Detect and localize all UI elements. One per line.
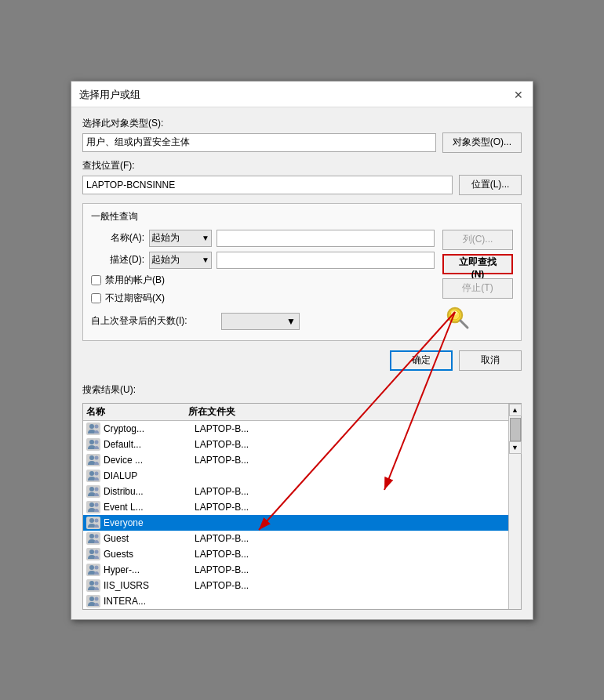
- result-name: DIALUP: [104, 470, 191, 481]
- user-group-icon: [86, 454, 100, 466]
- desc-label: 描述(D):: [91, 253, 144, 267]
- close-button[interactable]: ✕: [512, 89, 525, 101]
- scrollbar-thumb[interactable]: [510, 418, 521, 441]
- location-label: 查找位置(F):: [82, 159, 522, 172]
- svg-point-26: [89, 534, 94, 539]
- object-type-input[interactable]: [82, 133, 436, 152]
- checkbox-no-expiry: 不过期密码(X): [91, 292, 435, 305]
- user-group-icon: [86, 423, 100, 435]
- cancel-button[interactable]: 取消: [459, 350, 522, 371]
- location-input[interactable]: [82, 176, 453, 194]
- checkbox-disabled-label: 禁用的帐户(B): [105, 274, 165, 287]
- svg-point-24: [95, 518, 99, 522]
- result-folder: LAPTOP-B...: [195, 580, 505, 591]
- user-group-icon: [86, 579, 100, 592]
- svg-point-29: [89, 549, 94, 554]
- result-item[interactable]: IIS_IUSRSLAPTOP-B...: [83, 578, 508, 593]
- object-type-label: 选择此对象类型(S):: [82, 117, 522, 130]
- result-item[interactable]: Event L...LAPTOP-B...: [83, 499, 508, 515]
- svg-point-5: [89, 424, 94, 429]
- result-item[interactable]: Cryptog...LAPTOP-B...: [83, 421, 508, 437]
- svg-point-15: [95, 471, 99, 475]
- result-item[interactable]: GuestLAPTOP-B...: [83, 531, 508, 546]
- vertical-scrollbar[interactable]: ▲ ▼: [508, 404, 521, 609]
- svg-point-3: [451, 310, 457, 315]
- result-item[interactable]: INTERA...: [83, 593, 508, 609]
- result-name: Guests: [104, 549, 191, 560]
- days-row: 自上次登录后的天数(I): ▼: [91, 313, 435, 330]
- result-name: IIS_IUSRS: [104, 580, 191, 591]
- result-name: Cryptog...: [104, 423, 191, 434]
- result-item[interactable]: DIALUP: [83, 468, 508, 484]
- result-folder: LAPTOP-B...: [195, 486, 505, 497]
- svg-point-39: [95, 597, 99, 600]
- name-combo-arrow: ▼: [202, 234, 209, 242]
- svg-point-17: [89, 487, 94, 491]
- dialog-title: 选择用户或组: [79, 88, 140, 102]
- svg-point-6: [95, 424, 99, 428]
- location-button[interactable]: 位置(L)...: [459, 175, 522, 195]
- result-item[interactable]: Everyone: [83, 515, 508, 531]
- result-folder: LAPTOP-B...: [195, 549, 505, 560]
- title-bar: 选择用户或组 ✕: [71, 82, 533, 107]
- result-item[interactable]: GuestsLAPTOP-B...: [83, 546, 508, 562]
- result-item[interactable]: Distribu...LAPTOP-B...: [83, 484, 508, 499]
- name-combo[interactable]: 起始为 ▼: [149, 230, 212, 247]
- result-item[interactable]: Hyper-...LAPTOP-B...: [83, 562, 508, 578]
- result-folder: LAPTOP-B...: [195, 455, 505, 466]
- svg-point-21: [95, 502, 99, 506]
- svg-point-12: [95, 455, 99, 459]
- results-container: 名称 所在文件夹 Cryptog...LAPTOP-B... Default: [82, 403, 522, 610]
- desc-combo[interactable]: 起始为 ▼: [149, 252, 212, 269]
- svg-point-18: [95, 487, 99, 491]
- result-folder: LAPTOP-B...: [195, 533, 505, 544]
- user-group-icon: [86, 517, 100, 529]
- col-button[interactable]: 列(C)...: [442, 230, 513, 250]
- find-now-button[interactable]: 立即查找(N): [442, 254, 513, 274]
- svg-point-9: [95, 440, 99, 444]
- search-icon: [444, 304, 472, 332]
- svg-point-23: [89, 518, 94, 523]
- user-group-icon: [86, 485, 100, 498]
- scrollbar-up[interactable]: ▲: [509, 404, 522, 416]
- result-folder: LAPTOP-B...: [195, 502, 505, 513]
- svg-point-30: [95, 549, 99, 553]
- user-group-icon: [86, 532, 100, 545]
- group-left: 名称(A): 起始为 ▼ 描述(D): 起始为: [91, 230, 435, 334]
- svg-point-11: [89, 455, 94, 460]
- result-item[interactable]: Device ...LAPTOP-B...: [83, 452, 508, 468]
- group-right: 列(C)... 立即查找(N) 停止(T): [442, 230, 513, 334]
- desc-input[interactable]: [216, 252, 435, 269]
- result-name: INTERA...: [104, 596, 191, 607]
- scrollbar-down[interactable]: ▼: [509, 441, 522, 454]
- results-label: 搜索结果(U):: [82, 383, 522, 397]
- dialog-body: 选择此对象类型(S): 对象类型(O)... 查找位置(F): 位置(L)...…: [71, 107, 533, 619]
- checkbox-disabled[interactable]: [91, 275, 101, 285]
- header-name: 名称: [86, 405, 188, 419]
- result-name: Hyper-...: [104, 564, 191, 575]
- results-header: 名称 所在文件夹: [83, 404, 508, 421]
- result-item[interactable]: Default...LAPTOP-B...: [83, 437, 508, 452]
- name-row: 名称(A): 起始为 ▼: [91, 230, 435, 247]
- result-name: Guest: [104, 533, 191, 544]
- svg-point-38: [89, 597, 94, 601]
- general-query-title: 一般性查询: [91, 210, 513, 223]
- object-type-button[interactable]: 对象类型(O)...: [442, 132, 522, 153]
- results-scroll-area: 名称 所在文件夹 Cryptog...LAPTOP-B... Default: [83, 404, 508, 609]
- svg-point-33: [95, 565, 99, 569]
- object-type-row: 对象类型(O)...: [82, 132, 522, 153]
- days-combo[interactable]: ▼: [221, 313, 300, 330]
- result-name: Default...: [104, 439, 191, 450]
- location-field: 查找位置(F): 位置(L)...: [82, 159, 522, 195]
- stop-button[interactable]: 停止(T): [442, 278, 513, 299]
- name-label: 名称(A):: [91, 231, 144, 245]
- result-name: Everyone: [104, 517, 191, 528]
- checkbox-disabled-accounts: 禁用的帐户(B): [91, 274, 435, 287]
- results-list: Cryptog...LAPTOP-B... Default...LAPTOP-B…: [83, 421, 508, 609]
- ok-button[interactable]: 确定: [390, 350, 453, 371]
- svg-point-27: [95, 534, 99, 538]
- checkbox-noexpiry[interactable]: [91, 293, 101, 303]
- result-folder: LAPTOP-B...: [195, 439, 505, 450]
- svg-line-2: [460, 321, 468, 328]
- name-input[interactable]: [216, 230, 435, 247]
